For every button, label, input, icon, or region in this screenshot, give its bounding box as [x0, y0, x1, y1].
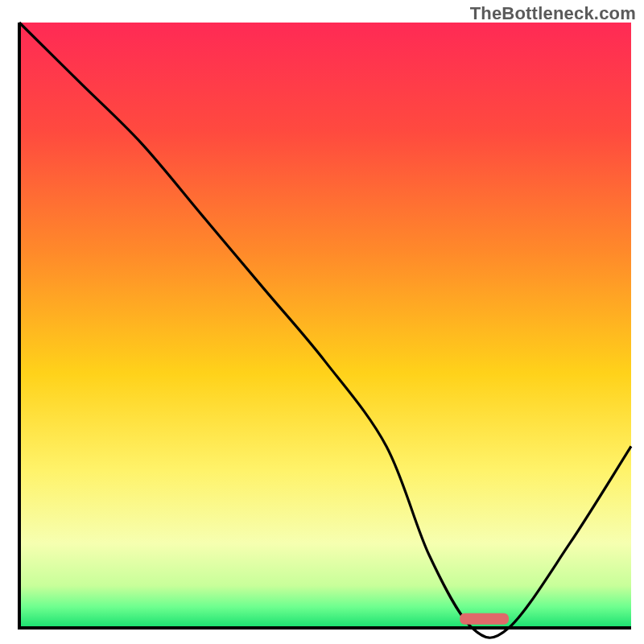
watermark-text: TheBottleneck.com: [470, 3, 636, 24]
optimal-marker: [460, 613, 509, 625]
bottleneck-chart: [0, 0, 644, 644]
